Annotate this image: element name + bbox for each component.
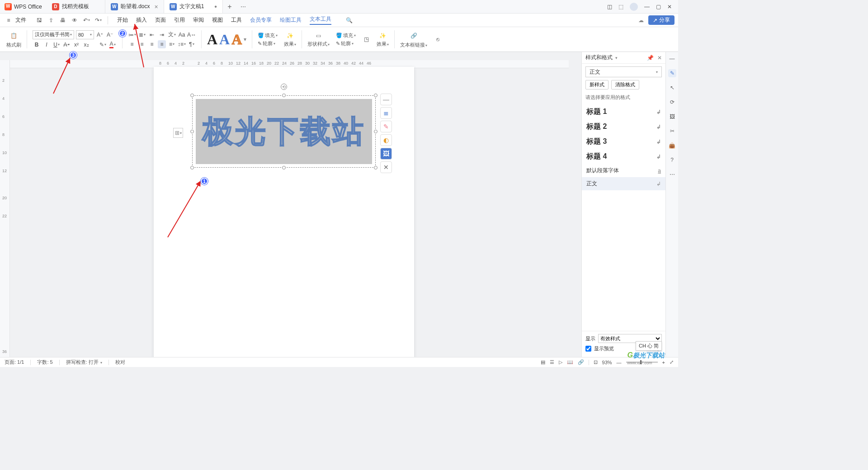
text-fill-button[interactable]: 🪣填充▾ bbox=[258, 32, 278, 39]
tab-menu-button[interactable]: ⋯ bbox=[236, 0, 250, 13]
wordart-preset-2[interactable]: A bbox=[219, 31, 230, 48]
resize-handle-tl[interactable] bbox=[190, 94, 194, 97]
close-button[interactable]: ✕ bbox=[667, 4, 672, 10]
subscript-icon[interactable]: x₂ bbox=[82, 41, 90, 49]
select-icon[interactable]: ↖ bbox=[668, 84, 676, 92]
shape-outline-button[interactable]: ✎轮廓▾ bbox=[336, 40, 354, 47]
menu-page[interactable]: 页面 bbox=[155, 16, 166, 24]
distributed-icon[interactable]: ≡▾ bbox=[168, 40, 176, 48]
wordart-text[interactable]: 极光下载站 bbox=[203, 111, 365, 152]
text-outline-button[interactable]: ✎轮廓▾ bbox=[258, 40, 275, 47]
style-body[interactable]: 正文↲ bbox=[582, 177, 665, 190]
menu-review[interactable]: 审阅 bbox=[193, 16, 204, 24]
image-panel-icon[interactable]: 🖼 bbox=[668, 113, 676, 121]
style-heading2[interactable]: 标题 2↲ bbox=[582, 119, 665, 134]
change-case-icon[interactable]: Aa bbox=[178, 31, 186, 39]
zoom-out-button[interactable]: — bbox=[617, 360, 622, 365]
bold-icon[interactable]: B bbox=[33, 41, 41, 49]
shape-effect-group[interactable]: ✨ 效果▾ bbox=[374, 27, 392, 52]
menu-tools[interactable]: 工具 bbox=[231, 16, 242, 24]
fullscreen-icon[interactable]: ⤢ bbox=[670, 359, 674, 365]
reading-icon[interactable]: 📖 bbox=[567, 359, 573, 365]
float-effect-button[interactable]: ◐ bbox=[380, 134, 392, 146]
scissors-icon[interactable]: ✂ bbox=[668, 127, 676, 135]
bag-icon[interactable]: 👜 bbox=[668, 141, 676, 150]
resize-handle-tm[interactable] bbox=[282, 94, 286, 97]
wordart-presets[interactable]: A A A ▾ bbox=[204, 27, 249, 52]
wordart-preset-1[interactable]: A bbox=[207, 31, 217, 48]
redo-icon[interactable]: ↷▾ bbox=[93, 15, 103, 25]
float-style-button[interactable]: ✎ bbox=[380, 121, 392, 132]
shape-3d-group[interactable]: ◳ bbox=[359, 27, 373, 52]
export-icon[interactable]: ⇪ bbox=[46, 15, 56, 25]
menu-view[interactable]: 视图 bbox=[212, 16, 223, 24]
file-menu[interactable]: 文件 bbox=[15, 16, 26, 24]
menu-texttools[interactable]: 文本工具 bbox=[310, 15, 331, 25]
menu-icon[interactable]: ≡ bbox=[4, 15, 14, 25]
search-icon[interactable]: 🔍 bbox=[344, 15, 354, 25]
view-page-icon[interactable]: ▤ bbox=[541, 359, 545, 365]
float-wrap-button[interactable]: ≣ bbox=[380, 107, 392, 119]
clear-format-button[interactable]: 清除格式 bbox=[611, 80, 639, 89]
highlight-icon[interactable]: ✎▾ bbox=[99, 41, 107, 49]
new-style-button[interactable]: 新样式 bbox=[585, 80, 609, 89]
more-icon[interactable]: ⋯ bbox=[668, 170, 676, 179]
float-tools-button[interactable]: ✕ bbox=[380, 161, 392, 173]
ruler-vertical[interactable]: 24681012202236 bbox=[0, 60, 10, 357]
superscript-icon[interactable]: x² bbox=[72, 41, 80, 49]
close-icon[interactable]: × bbox=[155, 3, 158, 10]
link-icon[interactable]: 🔗 bbox=[578, 359, 584, 365]
float-image-button[interactable]: 🖼 bbox=[380, 148, 392, 160]
save-icon[interactable]: 🖫 bbox=[34, 15, 44, 25]
menu-member[interactable]: 会员专享 bbox=[250, 16, 272, 24]
style-heading1[interactable]: 标题 1↲ bbox=[582, 104, 665, 119]
preview-checkbox[interactable] bbox=[585, 346, 591, 352]
text-effect-group[interactable]: ✨ 效果▾ bbox=[281, 27, 299, 52]
menu-reference[interactable]: 引用 bbox=[174, 16, 185, 24]
help-icon[interactable]: ? bbox=[668, 156, 676, 164]
current-style-select[interactable]: 正文 ▾ bbox=[585, 66, 662, 77]
edit-icon[interactable]: ✎ bbox=[668, 69, 676, 77]
resize-handle-ml[interactable] bbox=[190, 130, 194, 133]
wordart-preset-3[interactable]: A bbox=[231, 31, 242, 48]
undo-icon[interactable]: ↶▾ bbox=[81, 15, 91, 25]
print-icon[interactable]: 🖶 bbox=[58, 15, 68, 25]
status-words[interactable]: 字数: 5 bbox=[37, 359, 52, 366]
status-proof[interactable]: 校对 bbox=[115, 359, 125, 366]
chevron-down-icon[interactable]: ▾ bbox=[244, 36, 246, 42]
zoom-value[interactable]: 93% bbox=[602, 360, 612, 365]
resize-handle-bm[interactable] bbox=[282, 166, 286, 169]
fit-icon[interactable]: ⊡ bbox=[594, 359, 598, 365]
text-direction-icon[interactable]: 文▾ bbox=[168, 31, 176, 39]
font-shrink-icon[interactable]: A⁻ bbox=[106, 31, 114, 39]
resize-handle-mr[interactable] bbox=[374, 130, 377, 133]
italic-icon[interactable]: I bbox=[42, 41, 51, 49]
resize-handle-br[interactable] bbox=[374, 166, 377, 169]
break-link-group[interactable]: ⎋ bbox=[431, 27, 444, 52]
minimize-button[interactable]: — bbox=[644, 4, 650, 10]
style-heading3[interactable]: 标题 3↲ bbox=[582, 134, 665, 149]
status-spell[interactable]: 拼写检查: 打开 ▾ bbox=[66, 359, 102, 366]
collapse-panel-icon[interactable]: — bbox=[668, 55, 676, 63]
close-icon[interactable]: ✕ bbox=[657, 55, 662, 61]
user-avatar[interactable] bbox=[630, 3, 638, 11]
pin-icon[interactable]: 📌 bbox=[647, 55, 654, 61]
chevron-down-icon[interactable]: ▾ bbox=[615, 56, 618, 60]
view-outline-icon[interactable]: ☰ bbox=[550, 359, 554, 365]
tab-doc-1[interactable]: W 盼望着.docx × bbox=[105, 0, 164, 13]
font-grow-icon[interactable]: A⁺ bbox=[96, 31, 104, 39]
style-list[interactable]: 标题 1↲ 标题 2↲ 标题 3↲ 标题 4↲ 默认段落字体a 正文↲ bbox=[582, 103, 665, 331]
new-tab-button[interactable]: + bbox=[223, 0, 236, 13]
textbox-content[interactable]: 极光下载站 bbox=[196, 99, 372, 164]
resize-handle-bl[interactable] bbox=[190, 166, 194, 169]
resize-handle-tr[interactable] bbox=[374, 94, 377, 97]
preview-icon[interactable]: 👁 bbox=[70, 15, 80, 25]
font-size-select[interactable]: 80▾ bbox=[76, 30, 94, 39]
font-color-icon[interactable]: A▾ bbox=[108, 41, 117, 49]
menu-drawtools[interactable]: 绘图工具 bbox=[280, 16, 302, 24]
tab-doc-2[interactable]: W 文字文稿1 • bbox=[164, 0, 223, 13]
style-heading4[interactable]: 标题 4↲ bbox=[582, 149, 665, 164]
para-spacing-icon[interactable]: ¶▾ bbox=[188, 40, 196, 48]
indent-dec-icon[interactable]: ⇤ bbox=[148, 31, 156, 39]
align-right-icon[interactable]: ≡ bbox=[148, 40, 156, 48]
